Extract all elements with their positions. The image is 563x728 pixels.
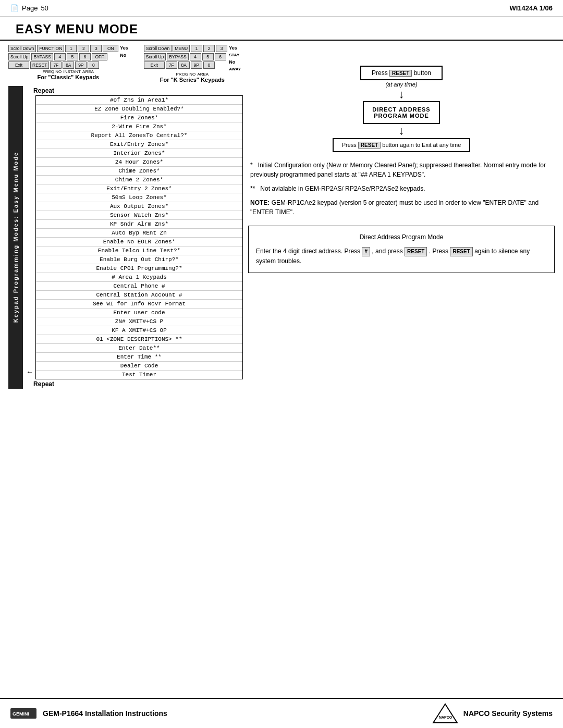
- k-key-2[interactable]: 2: [203, 45, 215, 52]
- key-2[interactable]: 2: [78, 45, 89, 52]
- press-again-prefix: Press: [342, 142, 357, 148]
- no-label: No: [120, 53, 128, 58]
- left-section: Scroll Down FUNCTION 1 2 3 ON Scroll Up …: [8, 45, 243, 686]
- scroll-down-k-btn[interactable]: Scroll Down: [144, 45, 172, 52]
- menu-with-arrow: ↑ #of Zns in Area1*EZ Zone Doubling Enab…: [23, 95, 243, 379]
- scroll-up-k-btn[interactable]: Scroll Up: [144, 53, 166, 60]
- k-key-0[interactable]: 0: [203, 61, 215, 69]
- dap-btn2[interactable]: RESET: [405, 247, 427, 256]
- menu-item-30: Dealer Code: [36, 362, 242, 371]
- menu-item-5: Exit/Entry Zones*: [36, 140, 242, 149]
- dap-btn1[interactable]: #: [362, 247, 370, 256]
- exit-btn-classic[interactable]: Exit: [8, 61, 29, 69]
- napco-logo-icon: NAPCO: [432, 703, 458, 724]
- k-key-9p[interactable]: 9P: [191, 61, 202, 69]
- page-number-area: 📄 Page 50: [10, 4, 48, 12]
- menu-item-8: Chime Zones*: [36, 167, 242, 176]
- scroll-up-btn[interactable]: Scroll Up: [8, 53, 30, 60]
- classic-keypad-diagram: Scroll Down FUNCTION 1 2 3 ON Scroll Up …: [8, 45, 128, 83]
- repeat-arrow-col: ↑: [23, 95, 35, 379]
- page-label: Page: [22, 4, 38, 12]
- menu-item-26: KF A XMIT#+CS OP: [36, 326, 242, 335]
- menu-btn[interactable]: MENU: [173, 45, 190, 52]
- menu-list-section: Repeat ↑ #of Zns in Area1*EZ Zone Doubli…: [23, 86, 243, 389]
- key-8a[interactable]: 8A: [63, 61, 74, 69]
- bypass-btn[interactable]: BYPASS: [31, 53, 53, 60]
- k-yes-label: Yes: [229, 45, 241, 51]
- dap-box: Direct Address Program Mode Enter the 4 …: [248, 226, 555, 274]
- k-key-3[interactable]: 3: [216, 45, 227, 52]
- page-container: 📄 Page 50 WI1424A 1/06 EASY MENU MODE Sc…: [0, 0, 563, 728]
- page-title: EASY MENU MODE: [0, 17, 563, 41]
- keypad-diagrams: Scroll Down FUNCTION 1 2 3 ON Scroll Up …: [8, 45, 243, 83]
- menu-item-7: 24 Hour Zones*: [36, 158, 242, 167]
- menu-section: Keypad Programming Modes: Easy Menu Mode…: [8, 86, 243, 389]
- k-key-7f[interactable]: 7F: [166, 61, 177, 69]
- note-3: NOTE: GEM-RP1CAe2 keypad (version 5 or g…: [250, 198, 553, 217]
- exit-btn-k[interactable]: Exit: [144, 61, 165, 69]
- key-6[interactable]: 6: [79, 53, 91, 60]
- menu-item-0: #of Zns in Area1*: [36, 96, 242, 105]
- key-0[interactable]: 0: [88, 61, 99, 69]
- menu-item-4: Report All ZonesTo Central?*: [36, 131, 242, 140]
- key-5[interactable]: 5: [67, 53, 78, 60]
- dap-body: Enter the 4 digit direct address. Press …: [256, 246, 547, 266]
- classic-yn-labels: Yes No: [120, 45, 128, 58]
- k-sub-labels: PROG NO AREA: [176, 72, 209, 77]
- reset-button-flow[interactable]: RESET: [389, 70, 412, 77]
- footer-left: GEMINI GEM-P1664 Installation Instructio…: [10, 706, 167, 721]
- off-btn[interactable]: OFF: [92, 53, 107, 60]
- k-series-keypad-buttons: Scroll Down MENU 1 2 3 Scroll Up BYPASS …: [144, 45, 227, 69]
- menu-item-17: Enable Telco Line Test?*: [36, 246, 242, 255]
- k-key-1[interactable]: 1: [191, 45, 202, 52]
- key-4[interactable]: 4: [54, 53, 66, 60]
- yes-label: Yes: [120, 45, 128, 51]
- menu-items-list: #of Zns in Area1*EZ Zone Doubling Enable…: [35, 95, 243, 379]
- footer: GEMINI GEM-P1664 Installation Instructio…: [0, 698, 563, 728]
- k-key-4[interactable]: 4: [190, 53, 201, 60]
- menu-item-3: 2-Wire Fire Zns*: [36, 122, 242, 131]
- k-key-5[interactable]: 5: [202, 53, 214, 60]
- menu-item-1: EZ Zone Doubling Enabled?*: [36, 105, 242, 114]
- k-freq-label: PROG NO: [176, 72, 196, 77]
- menu-item-10: Exit/Entry 2 Zones*: [36, 184, 242, 193]
- svg-text:NAPCO: NAPCO: [439, 715, 452, 719]
- key-9p[interactable]: 9P: [75, 61, 87, 69]
- press-again-suffix: button again to Exit at any time: [382, 142, 461, 148]
- flow-chart: Press RESET button (at any time) ↓ DIREC…: [248, 45, 555, 152]
- on-btn[interactable]: ON: [103, 45, 118, 52]
- down-arrow-2: ↓: [399, 124, 405, 138]
- away-label: AWAY: [229, 67, 241, 71]
- menu-item-13: Sensor Watch Zns*: [36, 211, 242, 220]
- notes-section: * Initial Configuration only (New or Mem…: [248, 161, 555, 221]
- key-3[interactable]: 3: [90, 45, 102, 52]
- bypass-k-btn[interactable]: BYPASS: [167, 53, 188, 60]
- key-7f[interactable]: 7F: [50, 61, 62, 69]
- footer-product-name: GEM-P1664 Installation Instructions: [43, 709, 167, 718]
- menu-item-25: ZN# XMIT#+CS P: [36, 317, 242, 326]
- footer-right: NAPCO NAPCO Security Systems: [432, 703, 553, 724]
- area-label-c: AREA: [82, 69, 94, 74]
- k-key-8a[interactable]: 8A: [178, 61, 190, 69]
- menu-item-22: Central Station Account #: [36, 291, 242, 300]
- key-1[interactable]: 1: [65, 45, 77, 52]
- reset-btn-classic[interactable]: RESET: [30, 61, 49, 69]
- down-arrow-1: ↓: [399, 88, 405, 101]
- page-icon: 📄: [10, 4, 19, 12]
- press-reset-exit-box: Press RESET button again to Exit at any …: [333, 138, 471, 152]
- k-series-keypad-label: For "K Series" Keypads: [160, 77, 225, 83]
- function-btn[interactable]: FUNCTION: [37, 45, 64, 52]
- reset-button-exit[interactable]: RESET: [358, 142, 381, 149]
- note-3-body: GEM-RP1CAe2 keypad (version 5 or greater…: [250, 199, 538, 216]
- k-key-6[interactable]: 6: [215, 53, 226, 60]
- note-2-symbol: **: [250, 185, 259, 192]
- scroll-down-btn[interactable]: Scroll Down: [8, 45, 36, 52]
- note-label: NOTE:: [250, 199, 270, 206]
- gemini-logo-icon: GEMINI: [10, 706, 36, 721]
- note-1-text: Initial Configuration only (New or Memor…: [250, 162, 546, 179]
- press-reset-suffix-text: button: [414, 69, 431, 77]
- menu-item-23: See WI for Info Rcvr Format: [36, 300, 242, 309]
- dap-btn3[interactable]: RESET: [450, 247, 472, 256]
- menu-item-29: Enter Time **: [36, 353, 242, 362]
- press-reset-prefix: Press: [372, 69, 388, 77]
